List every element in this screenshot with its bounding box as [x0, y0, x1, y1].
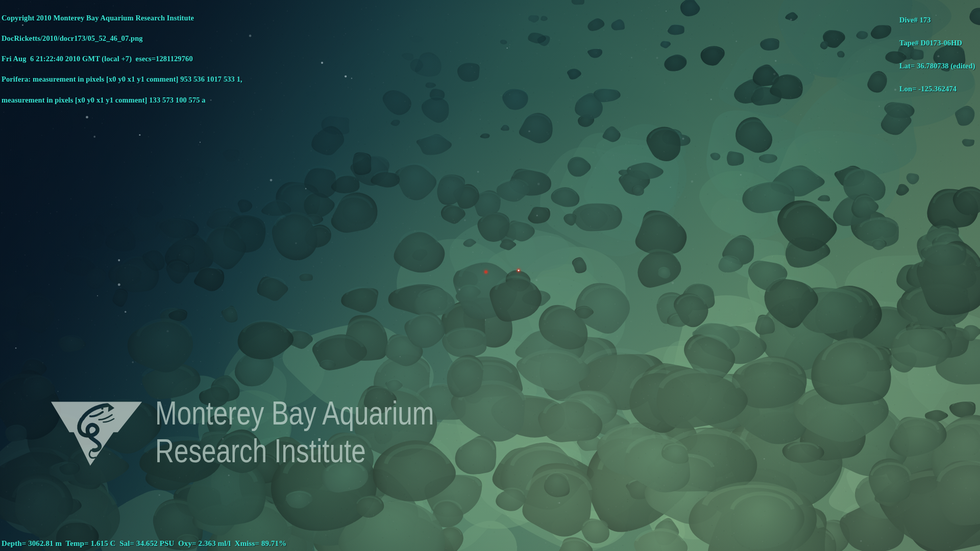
rov-video-frame: Copyright 2010 Monterey Bay Aquarium Res… [0, 0, 980, 551]
laser-dot-right [517, 269, 521, 272]
annotation-line-2: measurement in pixels [x0 y0 x1 y1 comme… [2, 97, 242, 104]
watermark-line2: Research Institute [155, 432, 434, 470]
tape-number: Tape# D0173-06HD [899, 39, 975, 47]
timestamp-line: Fri Aug 6 21:22:40 2010 GMT (local +7) e… [2, 56, 242, 62]
latitude: Lat= 36.780738 (edited) [899, 62, 975, 70]
mbari-watermark: Monterey Bay Aquarium Research Institute [48, 394, 504, 472]
overlay-bottom-status: Depth= 3062.81 m Temp= 1.615 C Sal= 34.6… [2, 540, 286, 547]
overlay-top-left: Copyright 2010 Monterey Bay Aquarium Res… [2, 1, 242, 117]
dive-number: Dive# 173 [899, 16, 975, 24]
longitude: Lon= -125.362474 [899, 85, 975, 93]
watermark-line1: Monterey Bay Aquarium [155, 394, 434, 432]
laser-dot-core [518, 270, 520, 271]
watermark-text: Monterey Bay Aquarium Research Institute [155, 394, 434, 470]
overlay-top-right: Dive# 173 Tape# D0173-06HD Lat= 36.78073… [899, 1, 975, 108]
laser-dot-core [485, 271, 487, 273]
laser-dot-left [484, 270, 488, 274]
annotation-line-1: Porifera: measurement in pixels [x0 y0 x… [2, 76, 242, 83]
copyright-line: Copyright 2010 Monterey Bay Aquarium Res… [2, 15, 242, 21]
mbari-logo-icon [48, 397, 145, 472]
file-path-line: DocRicketts/2010/docr173/05_52_46_07.png [2, 35, 242, 42]
